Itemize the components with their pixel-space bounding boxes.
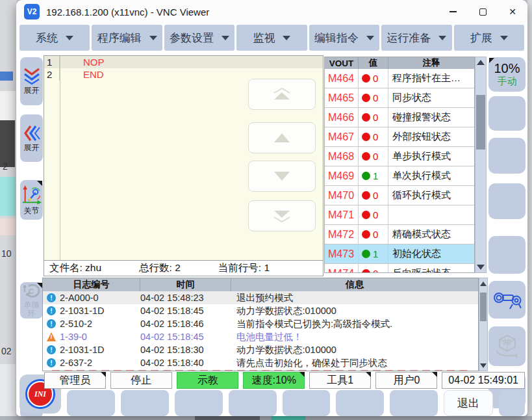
table-row[interactable]: 2-510-2 04-02 15:18:46 当前指令模式已切换为:高级指令模式… — [43, 317, 478, 330]
arrow-up-icon — [269, 131, 295, 144]
menu-button[interactable]: 系统 — [19, 25, 90, 51]
arrow-down-icon — [269, 170, 295, 183]
maximize-icon — [479, 8, 487, 16]
soft-key-button[interactable] — [121, 390, 169, 416]
table-row[interactable]: M466 0 碰撞报警状态 — [325, 108, 474, 127]
menu-bar: 系统 程序编辑 参数设置 监视 — [16, 23, 527, 53]
soft-key-button[interactable] — [488, 138, 526, 174]
table-row[interactable]: M465 0 同步状态 — [325, 88, 474, 108]
menu-button[interactable]: 编辑指令 — [309, 25, 379, 51]
page-up-button[interactable] — [248, 79, 316, 110]
status-bar: 管理员 停止 示教 速度:10% 工具1 用户0 — [44, 372, 525, 389]
scrollbar-thumb[interactable] — [480, 293, 487, 321]
scroll-up-button[interactable] — [475, 57, 486, 68]
table-row[interactable]: 1-39-0 04-02 15:18:45 电池电量过低！ — [43, 330, 478, 343]
table-row[interactable]: M470 0 循环执行模式 — [325, 186, 474, 205]
soft-key-button[interactable] — [67, 390, 115, 416]
table-row[interactable]: M468 0 单步执行模式 — [325, 147, 474, 166]
line-up-button[interactable] — [248, 122, 316, 153]
log-message: 动力学数据状态:010000 — [231, 344, 478, 356]
vout-value: 1 — [373, 170, 378, 181]
expand-left-button[interactable]: 展开 — [20, 114, 43, 162]
soft-key-button[interactable] — [488, 236, 526, 274]
status-item[interactable]: 示教 — [177, 372, 238, 389]
log-scrollbar[interactable] — [479, 278, 488, 371]
screen: 2 10 02 V2 192.168.1.200 (x11vnc) - VNC … — [0, 0, 532, 420]
vout-value: 0 — [373, 209, 378, 220]
line-down-button[interactable] — [248, 161, 316, 192]
desktop-fragment-text: 10 — [1, 248, 12, 259]
maximize-button[interactable] — [468, 0, 498, 23]
menu-button[interactable]: 程序编辑 — [92, 25, 162, 51]
scroll-up-button[interactable] — [479, 278, 487, 289]
soft-key-button[interactable] — [488, 183, 526, 219]
single-loop-button[interactable]: C 单循环 — [20, 282, 43, 319]
table-row[interactable]: M471 0 — [325, 205, 474, 225]
chevron-down-icon — [149, 36, 157, 40]
speed-mode-button[interactable]: 10% 手动 — [488, 57, 526, 92]
vout-comment: 反向驱动状态 — [388, 264, 474, 273]
menu-button[interactable]: 监视 — [236, 25, 307, 51]
expand-down-button[interactable]: 展开 — [20, 57, 43, 105]
joint-mode-button[interactable]: 关节 — [20, 180, 43, 220]
code-line[interactable]: 1 NOP — [44, 56, 323, 68]
close-button[interactable]: ✕ — [498, 0, 527, 23]
table-row[interactable]: 2-1031-1D 04-02 15:18:45 动力学数据状态:010000 — [43, 304, 478, 317]
table-row[interactable]: 2-1031-1D 04-02 15:18:30 动力学数据状态:010000 — [43, 343, 478, 356]
desktop-fragment — [0, 120, 15, 167]
status-item[interactable]: 速度:10% — [243, 372, 305, 389]
vout-value-cell: 0 — [359, 147, 388, 166]
table-row[interactable]: M474 0 反向驱动状态 — [325, 264, 474, 273]
status-item[interactable]: 停止 — [110, 372, 172, 389]
page-down-button[interactable] — [248, 200, 316, 231]
menu-button[interactable]: 扩展 — [454, 25, 524, 51]
vout-comment: 程序指针在主… — [388, 69, 474, 88]
status-item[interactable]: 04-02 15:49:01 — [442, 372, 525, 389]
gamepad-button[interactable] — [488, 281, 526, 319]
vout-id: M472 — [325, 225, 359, 244]
menu-button[interactable]: 参数设置 — [164, 25, 234, 51]
menu-button[interactable]: 运行准备 — [381, 25, 451, 51]
clipped-log-row — [52, 370, 472, 371]
soft-key-button[interactable] — [175, 390, 223, 416]
soft-key-button[interactable] — [390, 390, 438, 416]
status-item[interactable]: 工具1 — [309, 372, 371, 389]
menu-label: 程序编辑 — [97, 31, 142, 46]
table-row[interactable]: M464 0 程序指针在主… — [325, 69, 474, 88]
soft-key-button[interactable] — [499, 390, 525, 416]
soft-key-button[interactable] — [488, 96, 526, 131]
log-id: 1-39-0 — [60, 332, 140, 342]
gutter-divider — [60, 56, 60, 260]
vout-scrollbar[interactable] — [475, 57, 487, 273]
log-time: 04-02 15:18:45 — [140, 306, 231, 316]
chevron-down-icon — [438, 36, 446, 40]
table-row[interactable]: 2-637-2 04-02 15:18:40 请先点击初始化，确保处于同步状态 — [43, 356, 478, 369]
status-item[interactable]: 管理员 — [44, 372, 106, 389]
minimize-button[interactable] — [438, 0, 468, 23]
log-table: 日志编号 时间 信息 2-A000-0 04-02 15:48:23 退出预约模… — [42, 278, 479, 371]
scroll-down-button[interactable] — [475, 262, 486, 272]
table-row[interactable]: M469 1 单次执行模式 — [325, 166, 474, 186]
desktop-fragment — [0, 91, 16, 120]
status-dot-icon — [362, 152, 370, 161]
log-header-time: 时间 — [140, 278, 231, 291]
exit-button[interactable]: 退出 — [444, 390, 493, 416]
status-item[interactable]: 用户0 — [375, 372, 437, 389]
scrollbar-thumb[interactable] — [476, 95, 485, 150]
scroll-down-button[interactable] — [479, 360, 487, 371]
soft-key-button[interactable] — [283, 390, 331, 416]
vout-value-cell: 0 — [359, 225, 388, 244]
bottom-button-bar: 退出 — [67, 390, 525, 416]
soft-key-button[interactable] — [336, 390, 384, 416]
log-id: 2-510-2 — [60, 319, 140, 329]
table-row[interactable]: M472 0 精确模式状态 — [325, 225, 474, 244]
vout-table-body: M464 0 程序指针在主… M465 0 同 — [325, 69, 474, 273]
speed-value: 10% — [494, 61, 520, 75]
table-row[interactable]: M467 0 外部按钮状态 — [325, 127, 474, 147]
table-row[interactable]: M473 1 初始化状态 — [325, 244, 474, 264]
table-row[interactable]: 2-A000-0 04-02 15:48:23 退出预约模式 — [43, 291, 478, 304]
menu-label: 参数设置 — [170, 31, 214, 46]
3d-view-button[interactable]: 3D — [488, 326, 526, 366]
soft-key-button[interactable] — [229, 390, 277, 416]
line-number: 2 — [44, 68, 60, 81]
